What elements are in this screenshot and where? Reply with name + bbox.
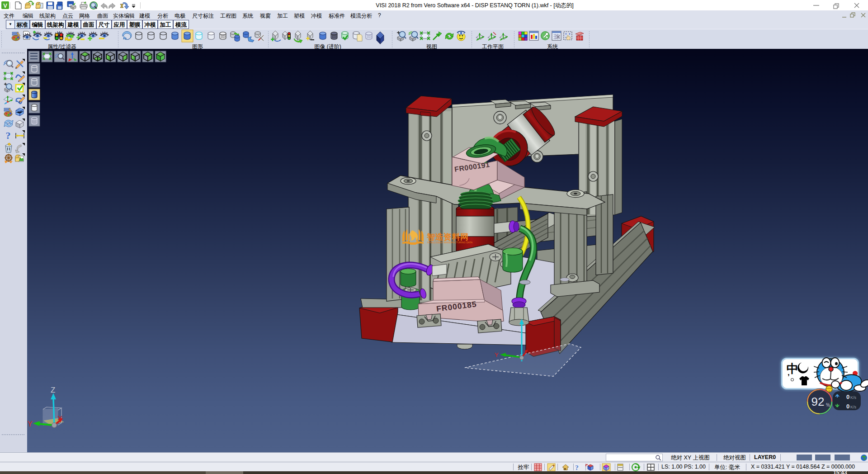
svg-text:K/s: K/s	[850, 405, 857, 409]
svg-text:?: ?	[6, 130, 11, 141]
svg-text:0: 0	[846, 393, 849, 400]
svg-text:Z: Z	[51, 386, 55, 394]
svg-text:V: V	[3, 2, 7, 9]
svg-text:0: 0	[846, 403, 849, 410]
svg-text:%: %	[826, 403, 830, 408]
svg-text:K/s: K/s	[850, 395, 857, 400]
svg-text:智造资料网: 智造资料网	[426, 232, 469, 242]
svg-text:Y: Y	[28, 420, 33, 428]
svg-text:Y: Y	[495, 351, 499, 358]
svg-text:92: 92	[811, 395, 825, 408]
svg-text:INTELLIGENT MANUFACTURING DATA: INTELLIGENT MANUFACTURING DATA	[427, 241, 473, 244]
svg-text:?: ?	[575, 464, 579, 471]
